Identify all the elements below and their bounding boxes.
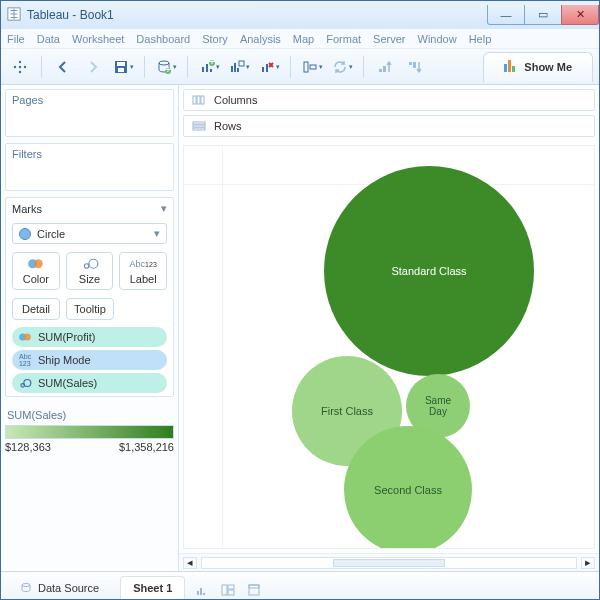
main-area: Pages Filters Marks ▾ Circle ▾ [1,85,599,571]
svg-rect-44 [197,591,199,595]
titlebar: Tableau - Book1 — ▭ ✕ [1,1,599,29]
color-icon [27,257,45,271]
sort-desc-button[interactable] [402,54,428,80]
menu-server[interactable]: Server [373,33,405,45]
new-story-button[interactable] [245,581,263,599]
svg-rect-38 [197,96,200,104]
svg-rect-28 [413,62,416,68]
maximize-button[interactable]: ▭ [524,5,562,25]
circle-icon [19,228,31,240]
chevron-down-icon: ▾ [154,227,160,240]
pill-ship-label: Ship Mode [38,354,91,366]
pages-label: Pages [6,90,173,110]
svg-point-2 [19,60,21,62]
shelves: Columns Rows [179,85,599,141]
marks-detail-button[interactable]: Detail [12,298,60,320]
menu-help[interactable]: Help [469,33,492,45]
menu-worksheet[interactable]: Worksheet [72,33,124,45]
data-source-tab[interactable]: Data Source [7,576,112,599]
scroll-left-button[interactable]: ◂ [183,557,197,569]
sort-asc-button[interactable] [372,54,398,80]
svg-point-31 [84,264,89,269]
svg-point-36 [24,380,31,387]
legend-title: SUM(Sales) [5,407,174,423]
menu-file[interactable]: File [7,33,25,45]
scroll-thumb[interactable] [333,559,445,567]
svg-point-32 [88,260,97,269]
rows-shelf[interactable]: Rows [183,115,595,137]
save-button[interactable]: ▾ [110,54,136,80]
columns-shelf[interactable]: Columns [183,89,595,111]
show-me-button[interactable]: Show Me [483,52,593,82]
label-label: Label [130,273,157,285]
legend-gradient[interactable] [5,425,174,439]
size-label: Size [79,273,100,285]
marks-label-button[interactable]: Abc123 Label [119,252,167,290]
svg-rect-45 [200,588,202,595]
menu-analysis[interactable]: Analysis [240,33,281,45]
menu-map[interactable]: Map [293,33,314,45]
marks-menu-icon[interactable]: ▾ [161,202,167,215]
marks-size-button[interactable]: Size [66,252,114,290]
scroll-track[interactable] [201,557,577,569]
show-me-label: Show Me [524,61,572,73]
app-window: Tableau - Book1 — ▭ ✕ File Data Workshee… [0,0,600,600]
bubble-standard-class[interactable]: Standard Class [324,166,534,376]
pill-sum-sales[interactable]: SUM(Sales) [12,373,167,393]
columns-icon [192,95,206,105]
size-icon [81,257,99,271]
refresh-button[interactable]: ▾ [329,54,355,80]
bubble-label: Second Class [374,484,442,496]
svg-rect-22 [266,64,268,72]
svg-rect-37 [193,96,196,104]
svg-text:+: + [164,63,170,75]
pill-sales-label: SUM(Sales) [38,377,97,389]
connect-data-button[interactable]: +▾ [153,54,179,80]
bubble-label: Standard Class [391,265,466,277]
menu-dashboard[interactable]: Dashboard [136,33,190,45]
pill-profit-label: SUM(Profit) [38,331,95,343]
grid-line [222,146,223,548]
new-worksheet-button[interactable] [193,581,211,599]
swap-button[interactable]: ▾ [299,54,325,80]
horizontal-scrollbar[interactable]: ◂ ▸ [179,553,599,571]
marks-tooltip-button[interactable]: Tooltip [66,298,114,320]
svg-rect-18 [234,63,236,72]
mark-type-select[interactable]: Circle ▾ [12,223,167,244]
menu-format[interactable]: Format [326,33,361,45]
svg-point-4 [14,65,16,67]
viz-canvas[interactable]: Standard Class First Class SameDay Secon… [183,145,595,549]
sheet1-tab[interactable]: Sheet 1 [120,576,185,599]
close-button[interactable]: ✕ [561,5,599,25]
menu-data[interactable]: Data [37,33,60,45]
datasource-icon [20,582,32,594]
menu-story[interactable]: Story [202,33,228,45]
minimize-button[interactable]: — [487,5,525,25]
back-button[interactable] [50,54,76,80]
clear-sheet-button[interactable]: ▾ [256,54,282,80]
svg-rect-46 [203,593,205,595]
color-legend: SUM(Sales) $128,363 $1,358,216 [5,403,174,457]
start-icon[interactable] [7,54,33,80]
legend-min: $128,363 [5,441,51,453]
filters-shelf[interactable]: Filters [5,143,174,191]
svg-rect-26 [383,66,386,72]
menu-window[interactable]: Window [418,33,457,45]
forward-button[interactable] [80,54,106,80]
rows-label: Rows [214,120,242,132]
label-pill-icon: Abc123 [18,353,32,367]
marks-color-button[interactable]: Color [12,252,60,290]
pill-ship-mode[interactable]: Abc123 Ship Mode [12,350,167,370]
scroll-right-button[interactable]: ▸ [581,557,595,569]
svg-rect-40 [193,122,205,124]
duplicate-sheet-button[interactable]: ▾ [226,54,252,80]
new-sheet-button[interactable]: +▾ [196,54,222,80]
sheet-tabs-bar: Data Source Sheet 1 [1,571,599,599]
pages-shelf[interactable]: Pages [5,89,174,137]
svg-rect-50 [249,585,259,595]
bubble-second-class[interactable]: Second Class [344,426,472,549]
new-dashboard-button[interactable] [219,581,237,599]
svg-point-34 [24,334,31,341]
toolbar: ▾ +▾ +▾ ▾ ▾ ▾ ▾ Show Me [1,49,599,85]
pill-sum-profit[interactable]: SUM(Profit) [12,327,167,347]
